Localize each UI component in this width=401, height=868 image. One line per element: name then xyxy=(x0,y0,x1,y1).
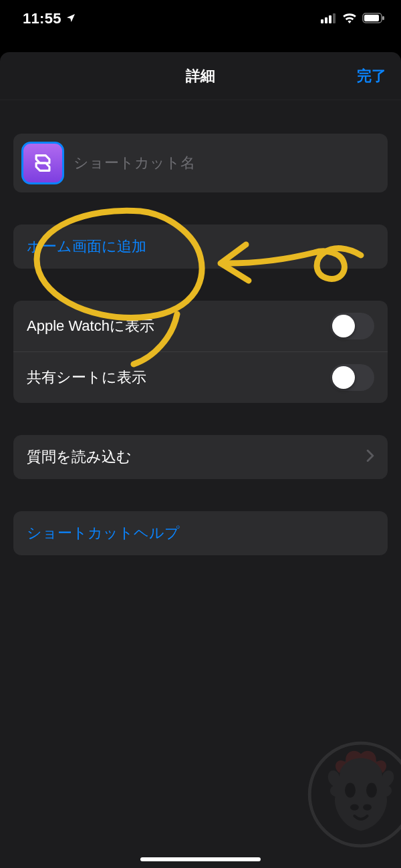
status-time: 11:55 xyxy=(23,10,61,27)
status-bar: 11:55 xyxy=(0,0,401,37)
display-options-group: Apple Watchに表示 共有シートに表示 xyxy=(13,301,388,403)
svg-rect-1 xyxy=(325,17,327,23)
svg-point-10 xyxy=(350,804,359,811)
svg-point-11 xyxy=(363,804,372,811)
apple-watch-label: Apple Watchに表示 xyxy=(27,316,154,336)
svg-point-9 xyxy=(366,782,377,797)
chevron-right-icon xyxy=(366,448,374,466)
shortcut-help-label: ショートカットヘルプ xyxy=(27,523,180,543)
add-to-home-label: ホーム画面に追加 xyxy=(27,237,146,257)
help-group: ショートカットヘルプ xyxy=(13,511,388,555)
battery-icon xyxy=(362,10,385,27)
navbar: 詳細 完了 xyxy=(0,52,401,100)
shortcut-icon[interactable] xyxy=(21,142,64,184)
import-questions-button[interactable]: 質問を読み込む xyxy=(13,435,388,479)
apple-watch-row: Apple Watchに表示 xyxy=(13,301,388,351)
status-left: 11:55 xyxy=(23,10,76,27)
shortcut-name-row[interactable] xyxy=(13,134,388,192)
content: ホーム画面に追加 Apple Watchに表示 共有シートに表示 質問を読み込む xyxy=(0,100,401,555)
svg-rect-6 xyxy=(382,16,384,20)
status-right xyxy=(321,10,385,27)
shortcut-name-input[interactable] xyxy=(74,154,380,172)
svg-rect-2 xyxy=(329,15,331,23)
svg-rect-3 xyxy=(333,13,336,23)
share-sheet-row: 共有シートに表示 xyxy=(13,351,388,403)
location-icon xyxy=(65,10,76,27)
share-sheet-toggle[interactable] xyxy=(330,364,374,391)
share-sheet-label: 共有シートに表示 xyxy=(27,368,146,388)
import-questions-group: 質問を読み込む xyxy=(13,435,388,479)
import-questions-label: 質問を読み込む xyxy=(27,447,132,467)
shortcut-help-button[interactable]: ショートカットヘルプ xyxy=(13,511,388,555)
svg-rect-5 xyxy=(364,15,379,21)
apple-watch-toggle[interactable] xyxy=(330,313,374,339)
watermark-icon xyxy=(307,741,401,848)
cellular-icon xyxy=(321,10,337,27)
svg-rect-0 xyxy=(321,19,323,23)
home-indicator[interactable] xyxy=(140,857,261,861)
page-title: 詳細 xyxy=(186,66,215,86)
shortcut-name-group xyxy=(13,134,388,192)
wifi-icon xyxy=(342,10,357,27)
svg-point-8 xyxy=(345,782,356,797)
add-to-home-group: ホーム画面に追加 xyxy=(13,225,388,269)
done-button[interactable]: 完了 xyxy=(357,66,386,86)
add-to-home-button[interactable]: ホーム画面に追加 xyxy=(13,225,388,269)
